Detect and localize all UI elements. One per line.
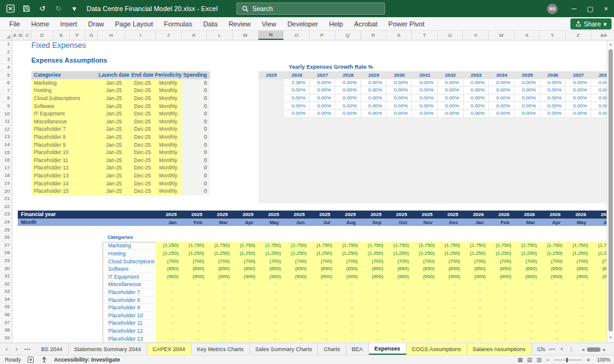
cell[interactable]: Dec-25 xyxy=(130,125,155,133)
month-label[interactable]: Month xyxy=(21,219,37,227)
cell[interactable]: 0 xyxy=(182,133,210,141)
cell[interactable]: - xyxy=(361,296,387,304)
cell[interactable]: IT Equipment xyxy=(31,110,98,118)
cell[interactable]: (700) xyxy=(207,257,233,265)
cell[interactable]: - xyxy=(335,303,361,311)
cell[interactable]: Monthly xyxy=(155,133,182,141)
fy-cell[interactable]: 2026 xyxy=(565,211,591,219)
cell[interactable]: (1,750) xyxy=(515,242,540,250)
cell[interactable]: (900) xyxy=(207,273,233,281)
cell[interactable]: 0.00% xyxy=(515,110,540,118)
fy-cell[interactable]: 2025 xyxy=(335,211,361,219)
cell[interactable]: - xyxy=(463,319,489,327)
cell[interactable]: 0.00% xyxy=(284,95,310,103)
cell[interactable]: - xyxy=(361,335,387,343)
cell[interactable]: 0.00% xyxy=(412,79,438,87)
cell[interactable]: - xyxy=(515,311,540,319)
cell[interactable]: - xyxy=(258,311,284,319)
cell[interactable]: Jan-25 xyxy=(98,172,130,180)
month-cell[interactable]: May xyxy=(565,219,591,227)
cell[interactable]: - xyxy=(540,288,565,296)
cell[interactable]: - xyxy=(309,311,335,319)
cell[interactable]: - xyxy=(207,319,233,327)
cell[interactable]: - xyxy=(540,296,565,304)
row-header-38[interactable]: 38 xyxy=(0,327,12,335)
cell[interactable]: - xyxy=(489,335,515,343)
row-header-2[interactable]: 2 xyxy=(0,48,12,56)
cell[interactable]: (900) xyxy=(489,273,515,281)
cell[interactable]: - xyxy=(489,288,515,296)
cell[interactable]: - xyxy=(207,281,233,288)
cell[interactable]: (900) xyxy=(284,273,309,281)
cell[interactable]: (700) xyxy=(233,257,258,265)
cell[interactable]: (900) xyxy=(335,273,361,281)
cell[interactable]: (650) xyxy=(156,265,182,273)
cell[interactable]: - xyxy=(361,281,387,288)
save-icon[interactable] xyxy=(21,4,31,14)
cell[interactable]: - xyxy=(438,303,464,311)
cell[interactable]: - xyxy=(540,327,565,335)
cell[interactable]: Placeholder 14 xyxy=(31,179,98,187)
cell[interactable]: (700) xyxy=(361,257,387,265)
column-header-L[interactable]: L xyxy=(207,31,233,40)
cell[interactable]: (900) xyxy=(463,273,489,281)
cell[interactable]: (650) xyxy=(438,265,464,273)
cell[interactable]: - xyxy=(386,303,412,311)
cell[interactable]: (1,250) xyxy=(489,249,515,257)
cell[interactable]: (900) xyxy=(309,273,335,281)
cell[interactable]: 0.00% xyxy=(361,102,387,110)
row-header-17[interactable]: 17 xyxy=(0,165,12,172)
growth-year-2031[interactable]: 2031 xyxy=(412,71,438,79)
cell[interactable]: - xyxy=(412,327,438,335)
cell[interactable]: - xyxy=(207,288,233,296)
cell[interactable]: 0.00% xyxy=(335,102,361,110)
cell[interactable]: - xyxy=(540,303,565,311)
cell[interactable]: (700) xyxy=(309,257,335,265)
cell[interactable]: - xyxy=(565,296,591,304)
cell[interactable]: Miscellaneous xyxy=(31,118,98,126)
cell[interactable]: - xyxy=(233,281,258,288)
cell[interactable]: Dec-25 xyxy=(130,179,155,187)
cell[interactable]: (700) xyxy=(156,257,182,265)
zoom-level[interactable]: 100% xyxy=(594,357,610,363)
sheet-tab-capex-2044[interactable]: CAPEX 2044 xyxy=(147,343,192,355)
cell[interactable]: (900) xyxy=(386,273,412,281)
cell[interactable]: 0.00% xyxy=(309,79,335,87)
cell[interactable]: - xyxy=(335,319,361,327)
cell[interactable]: - xyxy=(182,335,208,343)
row-header-23[interactable]: 23 xyxy=(0,211,12,219)
cell[interactable]: - xyxy=(540,311,565,319)
zoom-out-icon[interactable]: − xyxy=(546,357,550,363)
ribbon-tab-view[interactable]: View xyxy=(256,17,282,30)
column-header-O[interactable]: O xyxy=(284,31,309,40)
cell[interactable]: (1,750) xyxy=(540,242,565,250)
cell[interactable]: - xyxy=(438,327,464,335)
cell[interactable]: 0.00% xyxy=(489,87,515,95)
cell[interactable]: - xyxy=(309,335,335,343)
cell[interactable]: - xyxy=(284,281,309,288)
tab-list-icon[interactable]: ••• xyxy=(22,347,33,351)
cell[interactable]: - xyxy=(309,303,335,311)
month-cell[interactable]: Feb xyxy=(489,219,515,227)
cell[interactable]: 0.00% xyxy=(386,87,412,95)
sheet-tab-chart-d[interactable]: Chart D xyxy=(532,343,545,355)
tab-overflow-icon[interactable]: ••• xyxy=(549,347,555,351)
cell[interactable]: 0.00% xyxy=(438,102,464,110)
row-header-6[interactable]: 6 xyxy=(0,79,12,87)
cell[interactable]: (900) xyxy=(361,273,387,281)
cell[interactable]: 0.00% xyxy=(335,79,361,87)
cell[interactable]: Jan-25 xyxy=(98,141,130,149)
fy-cell[interactable]: 2025 xyxy=(438,211,464,219)
cell[interactable]: (1,250) xyxy=(156,242,182,250)
growth-year-2035[interactable]: 2035 xyxy=(515,71,540,79)
cell[interactable]: 0.00% xyxy=(489,102,515,110)
cell[interactable]: (900) xyxy=(258,273,284,281)
cell[interactable]: - xyxy=(207,303,233,311)
cell[interactable]: (1,750) xyxy=(565,242,591,250)
cell[interactable]: - xyxy=(335,327,361,335)
cell[interactable]: (1,750) xyxy=(386,242,412,250)
cell[interactable]: Monthly xyxy=(155,164,182,172)
sheet-tab-bs-2044[interactable]: BS 2044 xyxy=(36,343,69,355)
cell[interactable]: (1,250) xyxy=(207,249,233,257)
column-header-V[interactable]: V xyxy=(463,31,489,40)
